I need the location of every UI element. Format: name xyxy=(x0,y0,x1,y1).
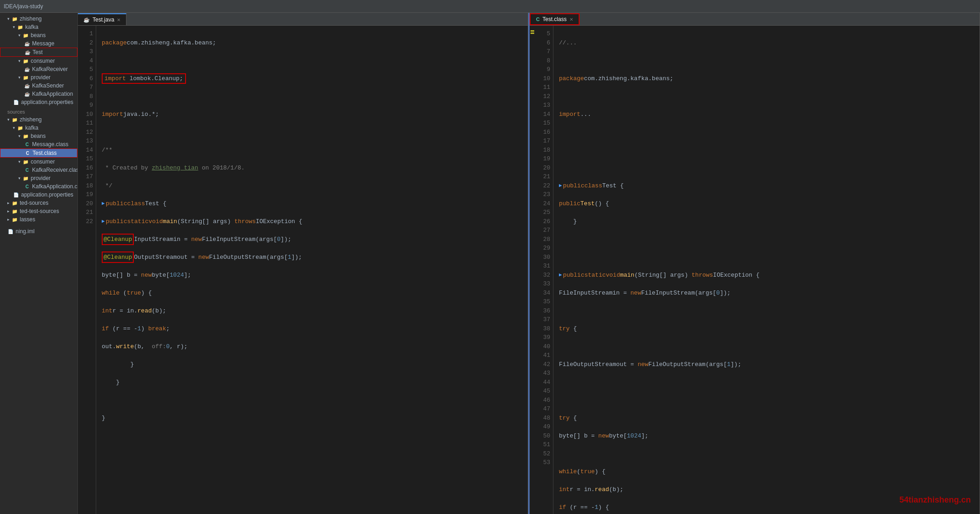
code-line-14: byte[] b = new byte[1024]; xyxy=(102,271,524,280)
expand-arrow: ▾ xyxy=(18,176,21,180)
sidebar-item-test[interactable]: ☕ Test xyxy=(0,48,77,57)
code-line-13: @Cleanup OutputStream out = new FileOutp… xyxy=(102,253,524,262)
expand-arrow-zhisheng: ▾ xyxy=(7,16,10,21)
rc-5: //... xyxy=(559,38,976,48)
rc-16 xyxy=(559,235,976,244)
top-bar: IDEA/java-study xyxy=(0,0,980,13)
sidebar-label: KafkaReceiver.class xyxy=(32,167,78,173)
sidebar-label: KafkaReceiver xyxy=(32,66,68,72)
left-line-numbers: 12345 678910 1112131415 1617181920 2122 xyxy=(78,26,96,514)
folder-icon: 📁 xyxy=(22,74,29,81)
sidebar-item-kafkareceiver[interactable]: ☕ KafkaReceiver xyxy=(0,65,77,73)
sidebar-item-consumer2[interactable]: ▾ 📁 consumer xyxy=(0,158,77,166)
code-line-16: int r = in.read(b); xyxy=(102,306,524,316)
code-line-6 xyxy=(102,128,524,137)
left-tab-bar: ☕ Test.java ✕ xyxy=(78,13,528,26)
tab-test-class[interactable]: C Test.class ✕ xyxy=(530,13,580,25)
sidebar-label: Test.class xyxy=(33,150,57,156)
folder-icon: 📁 xyxy=(11,116,18,123)
folder-icon: 📁 xyxy=(22,133,29,139)
sidebar-item-provider[interactable]: ▾ 📁 provider xyxy=(0,73,77,82)
sidebar-item-testclass[interactable]: C Test.class xyxy=(0,148,77,158)
sidebar-item-consumer[interactable]: ▾ 📁 consumer xyxy=(0,57,77,65)
sidebar-label: Message.class xyxy=(32,141,68,148)
right-editor-panel: C Test.class ✕ 56789 1011121314 15161718… xyxy=(530,13,980,514)
code-line-12: @Cleanup InputStream in = new FileInputS… xyxy=(102,235,524,244)
expand-arrow: ▾ xyxy=(13,126,15,130)
rc-25 xyxy=(559,396,976,405)
iml-icon: 📄 xyxy=(7,228,14,235)
expand-arrow: ▾ xyxy=(18,134,21,138)
java-tab-icon: ☕ xyxy=(83,17,90,23)
sidebar-item-ning-iml[interactable]: 📄 ning.iml xyxy=(0,227,77,235)
expand-arrow-beans: ▾ xyxy=(18,33,21,38)
sidebar-label: application.properties xyxy=(21,191,73,198)
java-icon: ☕ xyxy=(24,82,30,89)
folder-icon: 📁 xyxy=(11,200,18,206)
class-icon: C xyxy=(24,167,30,173)
sidebar-label: kafka xyxy=(25,125,38,131)
left-code-content: package com.zhisheng.kafka.beans; import… xyxy=(96,26,528,514)
sidebar-item-zhisheng2[interactable]: ▾ 📁 zhisheng xyxy=(0,115,77,124)
sidebar-item-kafkaappclass[interactable]: C KafkaApplication.class xyxy=(0,182,77,191)
sidebar-item-beans[interactable]: ▾ 📁 beans xyxy=(0,31,77,39)
sidebar-item-messageclass[interactable]: C Message.class xyxy=(0,140,77,148)
sidebar-label: Test xyxy=(33,49,43,55)
right-line-numbers: 56789 1011121314 1516171819 2021222324 2… xyxy=(535,26,553,514)
code-line-10: ▶public class Test { xyxy=(102,199,524,208)
right-code-area[interactable]: 56789 1011121314 1516171819 2021222324 2… xyxy=(530,26,980,514)
folder-icon: 📁 xyxy=(17,125,23,131)
expand-arrow: ▸ xyxy=(7,201,10,205)
tab-close-left[interactable]: ✕ xyxy=(117,17,120,22)
rc-8 xyxy=(559,92,976,101)
rc-27: byte[] b = new byte[1024]; xyxy=(559,432,976,441)
sidebar-item-zhisheng[interactable]: ▾ 📁 zhisheng xyxy=(0,15,77,23)
code-line-22: } xyxy=(102,414,524,423)
sidebar-item-appprops[interactable]: 📄 application.properties xyxy=(0,98,77,106)
sidebar-label: Message xyxy=(32,40,55,47)
tab-close-right[interactable]: ✕ xyxy=(569,17,573,22)
expand-arrow-kafka: ▾ xyxy=(13,25,15,29)
sidebar-item-ted-sources[interactable]: ▸ 📁 ted-sources xyxy=(0,199,77,207)
java-icon: ☕ xyxy=(24,91,30,97)
rc-22 xyxy=(559,342,976,351)
sidebar-item-lasses[interactable]: ▸ 📁 lasses xyxy=(0,215,77,224)
sidebar-item-kafka2[interactable]: ▾ 📁 kafka xyxy=(0,124,77,132)
sidebar-item-beans2[interactable]: ▾ 📁 beans xyxy=(0,132,77,140)
code-line-15: while (true) { xyxy=(102,289,524,298)
code-line-7: /** xyxy=(102,146,524,155)
rc-12 xyxy=(559,164,976,173)
sidebar-label: consumer xyxy=(31,58,55,64)
rc-24 xyxy=(559,378,976,387)
sidebar-item-kafka[interactable]: ▾ 📁 kafka xyxy=(0,23,77,31)
left-code-area[interactable]: 12345 678910 1112131415 1617181920 2122 … xyxy=(78,26,528,514)
rc-15: } xyxy=(559,217,976,226)
folder-icon: 📁 xyxy=(11,16,18,22)
sidebar-item-message[interactable]: ☕ Message xyxy=(0,39,77,48)
code-line-2 xyxy=(102,56,524,66)
sidebar-label: beans xyxy=(31,32,46,38)
sidebar-item-ted-test-sources[interactable]: ▸ 📁 ted-test-sources xyxy=(0,207,77,215)
right-gutter-marks xyxy=(530,26,535,514)
rc-9: import ... xyxy=(559,110,976,119)
rc-29: while(true) { xyxy=(559,467,976,476)
rc-10 xyxy=(559,128,976,137)
sidebar-item-kafkaapplication[interactable]: ☕ KafkaApplication xyxy=(0,90,77,98)
sidebar-label: KafkaApplication xyxy=(32,91,73,97)
sidebar-label: zhisheng xyxy=(20,116,42,123)
sidebar-item-kafkasender[interactable]: ☕ KafkaSender xyxy=(0,82,77,90)
expand-arrow: ▾ xyxy=(7,117,10,122)
class-icon: C xyxy=(24,183,30,190)
java-icon: ☕ xyxy=(24,40,30,47)
code-line-8: * Created by zhisheng_tian on 2018/1/8. xyxy=(102,164,524,173)
rc-21: try { xyxy=(559,324,976,334)
sidebar-label: application.properties xyxy=(21,99,73,105)
sidebar-item-kafkareceiverclass[interactable]: C KafkaReceiver.class xyxy=(0,166,77,174)
sidebar-label: consumer xyxy=(31,159,55,165)
expand-arrow-consumer: ▾ xyxy=(18,59,21,63)
rc-7: package com.zhisheng.kafka.beans; xyxy=(559,74,976,83)
sidebar-item-provider2[interactable]: ▾ 📁 provider xyxy=(0,174,77,182)
sidebar-item-appprops2[interactable]: 📄 application.properties xyxy=(0,191,77,199)
rc-19: FileInputStream in = new FileInputStream… xyxy=(559,289,976,298)
tab-test-java[interactable]: ☕ Test.java ✕ xyxy=(78,13,126,25)
